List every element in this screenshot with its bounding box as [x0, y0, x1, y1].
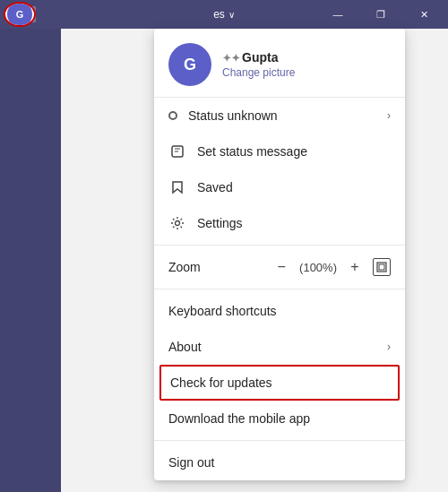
saved-icon: [168, 178, 186, 196]
saved-label: Saved: [197, 180, 391, 194]
close-button[interactable]: ✕: [403, 0, 444, 29]
download-mobile-app-label: Download the mobile app: [168, 411, 391, 426]
divider-3: [154, 440, 405, 441]
status-chevron-icon: ›: [387, 109, 391, 122]
zoom-label: Zoom: [168, 260, 263, 274]
about-label: About: [168, 340, 376, 354]
sign-out-label: Sign out: [168, 455, 391, 470]
settings-menu-item[interactable]: Settings: [154, 205, 405, 241]
check-for-updates-label: Check for updates: [170, 375, 389, 390]
divider-1: [154, 245, 405, 246]
profile-name: ✦✦Gupta: [222, 50, 295, 65]
language-chevron[interactable]: ∨: [228, 10, 235, 20]
about-chevron-icon: ›: [387, 341, 391, 353]
status-label: Status unknown: [188, 108, 376, 123]
zoom-minus-button[interactable]: −: [271, 256, 292, 278]
change-picture-link[interactable]: Change picture: [222, 66, 295, 79]
saved-menu-item[interactable]: Saved: [154, 169, 405, 205]
language-selector[interactable]: es: [213, 8, 225, 21]
svg-rect-5: [379, 264, 384, 270]
status-dot-icon: [168, 111, 177, 120]
profile-avatar[interactable]: G: [168, 43, 211, 86]
profile-info: ✦✦Gupta Change picture: [222, 50, 295, 79]
profile-avatar-initials: G: [184, 56, 196, 74]
settings-label: Settings: [197, 216, 391, 230]
keyboard-shortcuts-label: Keyboard shortcuts: [168, 304, 391, 318]
status-menu-item[interactable]: Status unknown ›: [154, 98, 405, 134]
zoom-value: (100%): [299, 261, 337, 274]
title-bar-center: es ∨: [213, 8, 235, 21]
avatar-initials: G: [7, 2, 32, 27]
restore-button[interactable]: ❐: [360, 0, 401, 29]
download-mobile-app-menu-item[interactable]: Download the mobile app: [154, 401, 405, 436]
set-status-menu-item[interactable]: Set status message: [154, 134, 405, 169]
zoom-plus-button[interactable]: +: [344, 256, 366, 278]
divider-2: [154, 289, 405, 289]
settings-icon: [168, 214, 186, 232]
profile-dropdown: G ✦✦Gupta Change picture Status unknown …: [154, 29, 405, 480]
sign-out-menu-item[interactable]: Sign out: [154, 445, 405, 480]
keyboard-shortcuts-menu-item[interactable]: Keyboard shortcuts: [154, 293, 405, 329]
avatar-button[interactable]: G: [4, 2, 36, 27]
title-bar: es ∨ G — ❐ ✕: [0, 0, 448, 29]
zoom-fit-button[interactable]: [373, 258, 391, 276]
check-for-updates-menu-item[interactable]: Check for updates: [159, 365, 400, 401]
zoom-controls: − (100%) +: [271, 256, 391, 278]
set-status-icon: [168, 142, 186, 160]
minimize-button[interactable]: —: [317, 0, 358, 29]
zoom-section: Zoom − (100%) +: [154, 249, 405, 285]
about-menu-item[interactable]: About ›: [154, 329, 405, 365]
set-status-label: Set status message: [197, 144, 391, 159]
svg-point-3: [176, 221, 180, 226]
title-bar-controls: — ❐ ✕: [317, 0, 444, 29]
profile-section: G ✦✦Gupta Change picture: [154, 29, 405, 98]
